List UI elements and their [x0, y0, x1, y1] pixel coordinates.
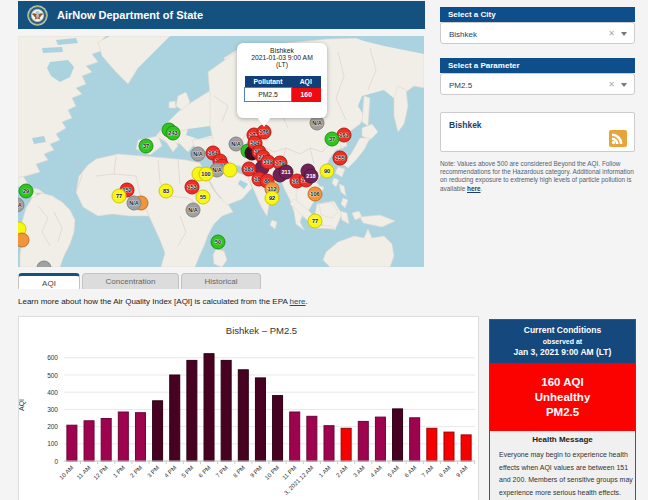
svg-text:600: 600	[47, 354, 58, 361]
svg-text:92: 92	[269, 195, 275, 201]
svg-text:6 PM: 6 PM	[198, 464, 212, 478]
svg-text:4 AM: 4 AM	[369, 464, 383, 478]
svg-text:500: 500	[47, 372, 58, 379]
svg-text:5 PM: 5 PM	[180, 464, 194, 478]
svg-text:100: 100	[201, 171, 210, 177]
svg-text:50: 50	[215, 239, 221, 245]
svg-text:N/A: N/A	[193, 151, 203, 157]
svg-text:218: 218	[306, 173, 315, 179]
svg-text:1 PM: 1 PM	[112, 464, 126, 478]
svg-text:N/A: N/A	[188, 207, 198, 213]
svg-text:176: 176	[259, 129, 268, 135]
svg-text:300: 300	[47, 406, 58, 413]
svg-text:77: 77	[312, 218, 318, 224]
svg-text:3 PM: 3 PM	[146, 464, 160, 478]
svg-text:0: 0	[54, 458, 58, 465]
svg-text:155: 155	[335, 155, 344, 161]
svg-text:N/A: N/A	[129, 200, 139, 206]
svg-text:83: 83	[163, 188, 169, 194]
svg-text:11 AM: 11 AM	[76, 464, 92, 480]
svg-text:5 AM: 5 AM	[386, 464, 400, 478]
svg-text:N/A: N/A	[231, 141, 241, 147]
svg-text:1 AM: 1 AM	[318, 464, 332, 478]
svg-text:2 AM: 2 AM	[335, 464, 349, 478]
svg-text:4 PM: 4 PM	[163, 464, 177, 478]
svg-text:400: 400	[47, 389, 58, 396]
svg-text:37: 37	[329, 136, 335, 142]
svg-text:29: 29	[23, 188, 29, 194]
svg-text:12 PM: 12 PM	[92, 464, 109, 481]
svg-text:211: 211	[281, 169, 290, 175]
svg-text:106: 106	[310, 191, 319, 197]
svg-text:N/A: N/A	[212, 167, 222, 173]
svg-text:2 PM: 2 PM	[129, 464, 143, 478]
svg-text:11 PM: 11 PM	[281, 464, 297, 480]
svg-text:AQI: AQI	[19, 399, 26, 411]
svg-text:319: 319	[263, 159, 272, 165]
svg-text:N/A: N/A	[18, 202, 22, 208]
svg-text:10 PM: 10 PM	[264, 464, 281, 481]
svg-text:100: 100	[47, 440, 58, 447]
svg-text:9 AM: 9 AM	[455, 464, 469, 478]
svg-text:N/A: N/A	[312, 120, 322, 126]
svg-text:90: 90	[324, 168, 330, 174]
svg-text:153: 153	[187, 184, 196, 190]
svg-text:55: 55	[200, 194, 206, 200]
svg-text:161: 161	[339, 132, 348, 138]
svg-text:3 AM: 3 AM	[352, 464, 366, 478]
svg-text:7 AM: 7 AM	[421, 464, 435, 478]
svg-text:9 PM: 9 PM	[249, 464, 263, 478]
svg-text:37: 37	[143, 143, 149, 149]
svg-text:10 AM: 10 AM	[58, 464, 74, 480]
svg-text:77: 77	[116, 193, 122, 199]
svg-text:7 PM: 7 PM	[215, 464, 229, 478]
svg-text:243: 243	[168, 130, 177, 136]
svg-text:6 AM: 6 AM	[403, 464, 417, 478]
svg-text:181: 181	[244, 166, 253, 172]
svg-text:8 PM: 8 PM	[232, 464, 246, 478]
svg-text:200: 200	[47, 423, 58, 430]
svg-text:8 AM: 8 AM	[438, 464, 452, 478]
